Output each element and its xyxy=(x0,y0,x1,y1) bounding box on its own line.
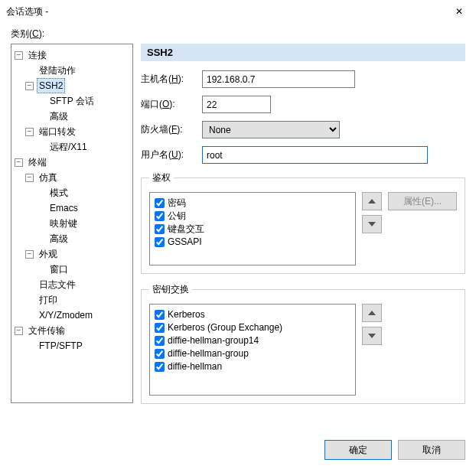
kex-checkbox[interactable] xyxy=(155,349,165,359)
auth-group: 鉴权 密码 公钥 键盘交互 GSSAPI 属性(E)... xyxy=(141,171,465,274)
kex-group: 密钥交换 Kerberos Kerberos (Group Exchange) … xyxy=(141,283,465,404)
tree-item-ftp-sftp[interactable]: FTP/SFTP xyxy=(25,338,131,353)
tree-item-connection[interactable]: −连接 xyxy=(15,47,131,63)
tree-item-advanced[interactable]: 高级 xyxy=(36,109,131,124)
port-input[interactable] xyxy=(202,96,271,113)
auth-move-down-button[interactable] xyxy=(362,215,382,233)
tree-item-ssh2[interactable]: −SSH2 xyxy=(25,78,131,93)
tree-item-remote-x11[interactable]: 远程/X11 xyxy=(36,139,131,155)
main-panel: SSH2 主机名(H): 端口(O): 防火墙(F): None 用户名(U):… xyxy=(141,44,465,413)
tree-item-sftp-session[interactable]: SFTP 会话 xyxy=(36,93,131,109)
tree-item-logon[interactable]: 登陆动作 xyxy=(25,63,131,78)
tree-item-file-transfer[interactable]: −文件传输 xyxy=(15,323,131,338)
window-title: 会话选项 - xyxy=(6,5,442,18)
auth-item[interactable]: 键盘交互 xyxy=(155,223,350,236)
kex-checkbox[interactable] xyxy=(155,362,165,372)
title-bar: 会话选项 - ✕ xyxy=(0,0,476,23)
auth-move-up-button[interactable] xyxy=(362,192,382,210)
kex-item[interactable]: diffie-hellman-group xyxy=(155,347,350,360)
tree-item-emacs[interactable]: Emacs xyxy=(36,200,131,216)
chevron-up-icon xyxy=(368,199,376,204)
kex-item[interactable]: Kerberos xyxy=(155,308,350,321)
collapse-icon[interactable]: − xyxy=(25,174,34,182)
tree-item-print[interactable]: 打印 xyxy=(25,292,131,308)
auth-properties-button[interactable]: 属性(E)... xyxy=(388,192,457,210)
close-button[interactable]: ✕ xyxy=(442,0,476,23)
kex-list[interactable]: Kerberos Kerberos (Group Exchange) diffi… xyxy=(149,304,356,396)
auth-item[interactable]: 密码 xyxy=(155,197,350,210)
collapse-icon[interactable]: − xyxy=(25,82,34,90)
firewall-select[interactable]: None xyxy=(202,121,340,138)
tree-item-terminal[interactable]: −终端 xyxy=(15,155,131,170)
username-input[interactable] xyxy=(202,146,428,164)
category-tree[interactable]: −连接 登陆动作 −SSH2 SFTP 会话 高级 −端口转发 远程 xyxy=(11,44,133,403)
tree-item-port-forward[interactable]: −端口转发 xyxy=(25,124,131,139)
kex-move-up-button[interactable] xyxy=(362,304,382,322)
category-label: 类别(C): xyxy=(11,28,465,41)
tree-item-emulation[interactable]: −仿真 xyxy=(25,170,131,185)
hostname-label: 主机名(H): xyxy=(141,73,202,86)
collapse-icon[interactable]: − xyxy=(15,327,23,335)
collapse-icon[interactable]: − xyxy=(15,51,23,60)
kex-checkbox[interactable] xyxy=(155,323,165,333)
ok-button[interactable]: 确定 xyxy=(324,440,392,460)
kex-item[interactable]: Kerberos (Group Exchange) xyxy=(155,321,350,334)
kex-checkbox[interactable] xyxy=(155,336,165,346)
collapse-icon[interactable]: − xyxy=(15,158,23,167)
auth-item[interactable]: GSSAPI xyxy=(155,236,350,249)
auth-item[interactable]: 公钥 xyxy=(155,210,350,223)
kex-item[interactable]: diffie-hellman-group14 xyxy=(155,334,350,347)
auth-checkbox[interactable] xyxy=(155,224,165,234)
auth-checkbox[interactable] xyxy=(155,211,165,221)
auth-checkbox[interactable] xyxy=(155,198,165,208)
auth-legend: 鉴权 xyxy=(149,171,174,184)
tree-item-appearance[interactable]: −外观 xyxy=(25,246,131,262)
kex-item[interactable]: diffie-hellman xyxy=(155,360,350,373)
auth-list[interactable]: 密码 公钥 键盘交互 GSSAPI xyxy=(149,192,356,265)
chevron-up-icon xyxy=(368,311,376,315)
cancel-button[interactable]: 取消 xyxy=(398,440,465,460)
port-label: 端口(O): xyxy=(141,98,202,111)
tree-item-modes[interactable]: 模式 xyxy=(36,185,131,200)
username-label: 用户名(U): xyxy=(141,148,202,161)
firewall-label: 防火墙(F): xyxy=(141,123,202,136)
tree-item-mapped-keys[interactable]: 映射键 xyxy=(36,216,131,231)
kex-legend: 密钥交换 xyxy=(149,283,192,296)
tree-item-advanced2[interactable]: 高级 xyxy=(36,231,131,246)
chevron-down-icon xyxy=(368,222,376,226)
tree-item-xyzmodem[interactable]: X/Y/Zmodem xyxy=(25,308,131,323)
tree-item-window[interactable]: 窗口 xyxy=(36,262,131,277)
hostname-input[interactable] xyxy=(202,70,355,88)
collapse-icon[interactable]: − xyxy=(25,128,34,136)
chevron-down-icon xyxy=(368,334,376,338)
tree-item-logfile[interactable]: 日志文件 xyxy=(25,277,131,292)
section-header: SSH2 xyxy=(141,44,465,61)
kex-checkbox[interactable] xyxy=(155,310,165,320)
auth-checkbox[interactable] xyxy=(155,237,165,247)
close-icon: ✕ xyxy=(455,6,463,17)
collapse-icon[interactable]: − xyxy=(25,250,34,259)
kex-move-down-button[interactable] xyxy=(362,327,382,345)
